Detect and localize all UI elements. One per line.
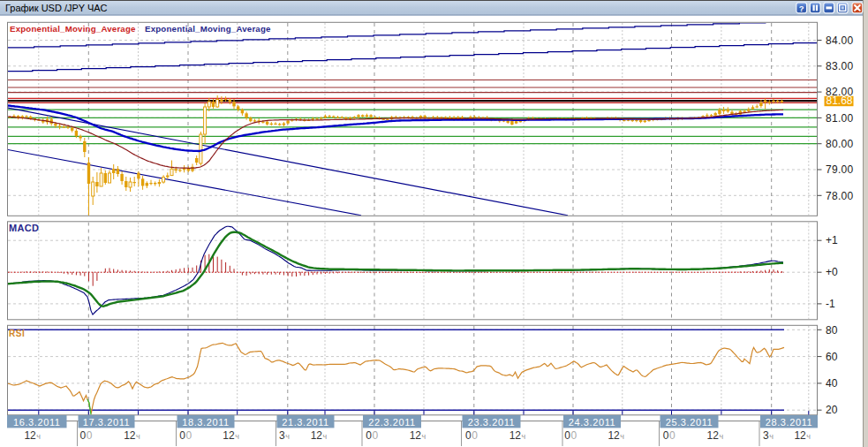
svg-text:80: 80: [826, 324, 838, 337]
svg-text:0: 0: [87, 429, 93, 442]
svg-text:25.3.2011: 25.3.2011: [666, 417, 713, 428]
svg-text:0: 0: [472, 429, 478, 442]
svg-text:79.00: 79.00: [826, 163, 854, 176]
svg-text:0: 0: [465, 429, 472, 442]
svg-text:MACD: MACD: [9, 223, 39, 233]
svg-text:?: ?: [799, 4, 804, 13]
svg-text:0: 0: [179, 429, 185, 442]
svg-text:12: 12: [509, 429, 522, 442]
svg-text:ч: ч: [719, 432, 723, 441]
svg-text:21.3.2011: 21.3.2011: [282, 417, 329, 428]
svg-text:График USD /JPY ЧАС: График USD /JPY ЧАС: [5, 3, 107, 13]
svg-text:ч: ч: [769, 432, 774, 441]
svg-text:ч: ч: [235, 432, 239, 441]
svg-text:ч: ч: [806, 432, 811, 441]
svg-text:12: 12: [24, 429, 36, 442]
svg-text:16.3.2011: 16.3.2011: [13, 417, 61, 428]
svg-text:24.3.2011: 24.3.2011: [569, 417, 616, 428]
svg-text:81.68: 81.68: [826, 95, 853, 107]
svg-text:20: 20: [826, 404, 838, 416]
svg-text:0: 0: [663, 429, 669, 442]
svg-text:0: 0: [80, 429, 87, 442]
svg-text:28.3.2011: 28.3.2011: [766, 417, 813, 428]
svg-text:0: 0: [571, 429, 577, 442]
svg-text:12: 12: [410, 429, 422, 442]
svg-text:23.3.2011: 23.3.2011: [468, 417, 516, 428]
svg-text:0: 0: [186, 429, 192, 442]
svg-text:0: 0: [564, 429, 570, 442]
svg-text:Exponential_Moving_Average: Exponential_Moving_Average: [10, 24, 136, 34]
svg-text:0: 0: [669, 429, 676, 442]
svg-text:60: 60: [826, 351, 838, 363]
svg-text:ч: ч: [285, 432, 290, 441]
svg-text:ч: ч: [422, 432, 426, 441]
svg-text:ч: ч: [620, 432, 624, 441]
svg-text:80.00: 80.00: [826, 138, 854, 150]
svg-text:83.00: 83.00: [826, 60, 854, 72]
svg-text:12: 12: [608, 429, 620, 442]
svg-text:78.00: 78.00: [826, 190, 854, 202]
svg-text:+0: +0: [826, 266, 838, 278]
svg-text:0: 0: [366, 429, 372, 442]
svg-text:22.3.2011: 22.3.2011: [368, 417, 416, 428]
svg-text:ч: ч: [136, 432, 140, 441]
svg-text:40: 40: [826, 377, 838, 390]
svg-text:18.3.2011: 18.3.2011: [182, 417, 230, 428]
svg-text:12: 12: [311, 429, 323, 442]
svg-text:RSI: RSI: [9, 329, 25, 338]
svg-text:0: 0: [373, 429, 379, 442]
svg-text:84.00: 84.00: [826, 34, 854, 47]
svg-text:12: 12: [124, 429, 136, 442]
svg-text:81.00: 81.00: [826, 112, 854, 125]
svg-text:-1: -1: [826, 298, 835, 310]
svg-text:3: 3: [763, 429, 769, 442]
svg-text:12: 12: [794, 429, 806, 442]
svg-text:ч: ч: [522, 432, 526, 441]
svg-text:ч: ч: [36, 432, 41, 441]
svg-text:Exponential_Moving_Average: Exponential_Moving_Average: [145, 24, 271, 34]
svg-text:17.3.2011: 17.3.2011: [83, 417, 131, 428]
svg-text:12: 12: [707, 429, 720, 442]
svg-text:12: 12: [223, 429, 235, 442]
svg-text:+1: +1: [826, 234, 838, 246]
svg-text:3: 3: [279, 429, 285, 442]
svg-text:ч: ч: [323, 432, 328, 441]
